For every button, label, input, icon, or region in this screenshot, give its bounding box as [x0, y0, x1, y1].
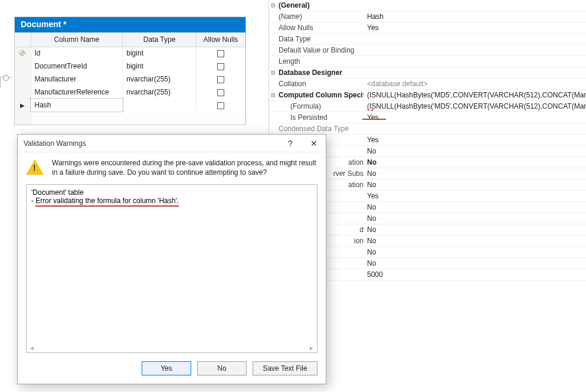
gutter-cell	[15, 60, 31, 73]
cell-name[interactable]: Manufacturer	[31, 73, 123, 86]
scroll-right-icon[interactable]: ►	[309, 345, 315, 351]
col-header-allow-nulls[interactable]: Allow Nulls	[196, 32, 245, 47]
cell-type[interactable]: bigint	[123, 47, 197, 60]
dialog-message-line: in a failure during save. Do you want to…	[52, 168, 316, 177]
cell-allow-nulls[interactable]	[196, 73, 245, 86]
table-row-selected[interactable]: ▶ Hash	[15, 99, 245, 112]
pk-indicator: ⚿	[15, 47, 31, 60]
scrollbar-stub[interactable]: ◄ ►	[29, 345, 315, 351]
prop-value[interactable]: No	[364, 169, 586, 178]
prop-length[interactable]: Length	[269, 56, 586, 67]
checkbox-icon[interactable]	[217, 76, 224, 83]
key-icon: ⚿	[18, 49, 27, 58]
prop-value[interactable]: No	[364, 158, 586, 166]
prop-label: Length	[277, 57, 364, 66]
scroll-left-icon[interactable]: ◄	[29, 345, 35, 351]
table-row-empty[interactable]	[15, 112, 245, 125]
col-header-name[interactable]: Column Name	[31, 32, 123, 47]
checkbox-icon[interactable]	[217, 50, 224, 57]
table-row[interactable]: ⚿ Id bigint	[15, 47, 245, 60]
cell-type[interactable]: nvarchar(255)	[123, 73, 197, 86]
checkbox-icon[interactable]	[217, 63, 224, 70]
prop-value[interactable]: <database default>	[364, 80, 586, 88]
warning-prefix: -	[31, 197, 35, 205]
prop-value[interactable]: No	[364, 259, 586, 267]
empty-row-area[interactable]	[31, 112, 245, 125]
yes-button[interactable]: Yes	[142, 361, 191, 375]
prop-computed-col-spec[interactable]: ⊟ Computed Column Specif (ISNULL(HashByt…	[269, 90, 586, 101]
save-text-file-button[interactable]: Save Text File	[253, 361, 317, 375]
cell-name[interactable]: Hash	[31, 99, 123, 112]
validation-warnings-dialog: Validation Warnings ? ✕ Warnings were en…	[17, 134, 326, 384]
close-button[interactable]: ✕	[302, 135, 326, 152]
cell-allow-nulls[interactable]	[196, 47, 245, 60]
prop-allow-nulls[interactable]: Allow Nulls Yes	[269, 22, 586, 34]
annotation-arrow-icon: →	[364, 103, 376, 116]
warning-icon	[26, 159, 44, 175]
dialog-titlebar[interactable]: Validation Warnings ? ✕	[18, 135, 326, 152]
dialog-actions: Yes No Save Text File	[26, 361, 317, 375]
prop-value[interactable]: Yes	[364, 192, 586, 200]
prop-value[interactable]: No	[364, 203, 586, 211]
prop-value[interactable]: (ISNULL(HashBytes('MD5',CONVERT(VARCHAR(…	[364, 102, 586, 110]
warnings-list[interactable]: 'Document' table - Error validating the …	[26, 184, 317, 353]
current-row-indicator: ▶	[15, 99, 31, 112]
prop-name[interactable]: (Name) Hash	[269, 11, 586, 22]
prop-label: (General)	[277, 1, 364, 9]
prop-label: Data Type	[277, 35, 364, 43]
prop-value[interactable]: No	[364, 226, 586, 234]
prop-label: Database Designer	[277, 68, 364, 77]
prop-value[interactable]: 5000	[364, 270, 586, 279]
prop-value[interactable]: Yes	[364, 24, 586, 32]
gutter-header	[15, 32, 31, 47]
no-button[interactable]: No	[197, 361, 247, 375]
prop-is-persisted[interactable]: Is Persisted Yes	[269, 112, 586, 123]
prop-group-designer[interactable]: ⊟ Database Designer	[269, 67, 586, 79]
prop-data-type[interactable]: Data Type	[269, 34, 586, 45]
cell-allow-nulls[interactable]	[196, 60, 245, 73]
warning-line: - Error validating the formula for colum…	[31, 197, 312, 207]
table-row[interactable]: Manufacturer nvarchar(255)	[15, 73, 245, 86]
cell-name[interactable]: Id	[31, 47, 123, 60]
checkbox-icon[interactable]	[217, 102, 224, 109]
prop-label: Allow Nulls	[277, 24, 364, 32]
collapse-icon[interactable]: ⊟	[269, 92, 277, 98]
help-button[interactable]: ?	[279, 135, 302, 152]
prop-value[interactable]: (ISNULL(HashBytes('MD5',CONVERT(VARCHAR(…	[364, 91, 586, 99]
col-header-type[interactable]: Data Type	[123, 32, 197, 47]
collapse-icon[interactable]: ⊟	[269, 2, 277, 8]
dialog-message: Warnings were encountered during the pre…	[52, 158, 316, 177]
prop-value[interactable]: No	[364, 237, 586, 245]
prop-value[interactable]: No	[364, 147, 586, 155]
cell-type[interactable]: bigint	[123, 60, 197, 73]
prop-value[interactable]: No	[364, 248, 586, 256]
prop-collation[interactable]: Collation <database default>	[269, 79, 586, 90]
annotation-underline	[362, 119, 386, 120]
prop-group-general[interactable]: ⊟ (General)	[269, 0, 586, 11]
checkbox-icon[interactable]	[217, 89, 224, 96]
table-row[interactable]: DocumentTreeId bigint	[15, 60, 245, 73]
table-row[interactable]: ManufacturerReference nvarchar(255)	[15, 86, 245, 99]
prop-value[interactable]: Yes	[364, 113, 586, 122]
prop-value[interactable]: Hash	[364, 12, 586, 21]
collapse-icon[interactable]: ⊟	[269, 70, 277, 76]
cell-allow-nulls[interactable]	[196, 86, 245, 99]
prop-condensed-type[interactable]: Condensed Data Type	[269, 123, 586, 135]
prop-label: Condensed Data Type	[277, 125, 364, 133]
cell-allow-nulls[interactable]	[196, 99, 245, 112]
prop-value[interactable]: No	[364, 214, 586, 223]
cell-type[interactable]: nvarchar(255)	[123, 86, 197, 99]
prop-label: Default Value or Binding	[277, 46, 364, 54]
prop-value[interactable]: Yes	[364, 136, 586, 144]
table-title: Document *	[15, 17, 245, 32]
gutter-cell	[15, 73, 31, 86]
prop-label: Is Persisted	[277, 113, 364, 122]
cell-name[interactable]: ManufacturerReference	[31, 86, 123, 99]
prop-label: Collation	[277, 80, 364, 88]
columns-grid[interactable]: Column Name Data Type Allow Nulls ⚿ Id b…	[15, 32, 245, 125]
prop-default-value[interactable]: Default Value or Binding	[269, 45, 586, 56]
prop-value[interactable]: No	[364, 181, 586, 189]
cell-name[interactable]: DocumentTreeId	[31, 60, 123, 73]
prop-formula[interactable]: (Formula) (ISNULL(HashBytes('MD5',CONVER…	[269, 101, 586, 112]
cell-type[interactable]	[123, 99, 197, 112]
